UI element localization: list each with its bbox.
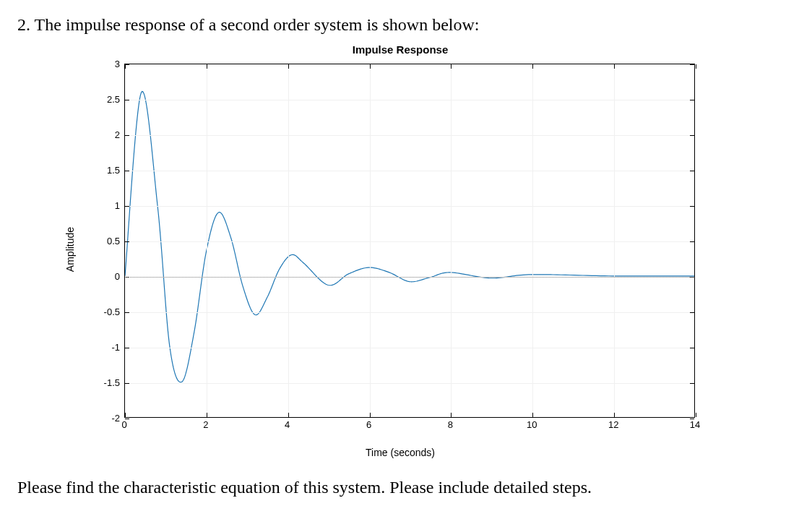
impulse-curve: [125, 64, 694, 417]
tick-mark: [690, 171, 694, 171]
tick-mark: [125, 383, 129, 384]
y-tick-label: -1: [91, 342, 120, 353]
gridline-horizontal: [125, 348, 694, 348]
tick-mark: [690, 135, 694, 136]
question-instructions: Please find the characteristic equation …: [17, 476, 795, 499]
zero-reference-line: [125, 277, 694, 278]
tick-mark: [690, 383, 694, 384]
x-axis-label: Time (seconds): [82, 447, 718, 458]
gridline-vertical: [532, 64, 533, 417]
tick-mark: [125, 348, 129, 348]
tick-mark: [696, 64, 696, 69]
gridline-vertical: [370, 64, 371, 417]
tick-mark: [125, 206, 129, 207]
tick-mark: [207, 413, 207, 417]
y-axis-label: Amplitude: [64, 227, 76, 272]
x-tick-label: 10: [527, 419, 537, 430]
gridline-horizontal: [125, 171, 694, 171]
y-tick-label: 1.5: [91, 165, 120, 176]
tick-mark: [690, 312, 694, 313]
x-tick-label: 8: [448, 419, 453, 430]
tick-mark: [370, 64, 371, 69]
tick-mark: [451, 413, 452, 417]
tick-mark: [370, 413, 371, 417]
gridline-horizontal: [125, 135, 694, 136]
y-tick-label: -0.5: [91, 306, 120, 317]
y-tick-label: 1: [91, 200, 120, 211]
gridline-horizontal: [125, 206, 694, 207]
x-tick-label: 6: [366, 419, 371, 430]
tick-mark: [690, 100, 694, 100]
gridline-horizontal: [125, 312, 694, 313]
tick-mark: [125, 312, 129, 313]
tick-mark: [696, 413, 696, 417]
gridline-horizontal: [125, 100, 694, 100]
tick-mark: [532, 413, 533, 417]
tick-mark: [690, 64, 694, 65]
y-tick-label: 0: [91, 271, 120, 282]
y-tick-label: -2: [91, 413, 120, 424]
question-text: 2. The impulse response of a second orde…: [17, 13, 795, 36]
x-tick-label: 0: [121, 419, 126, 430]
chart-title: Impulse Response: [82, 43, 718, 56]
x-tick-label: 2: [203, 419, 208, 430]
tick-mark: [125, 171, 129, 171]
gridline-vertical: [288, 64, 289, 417]
tick-mark: [614, 64, 615, 69]
y-tick-label: 2.5: [91, 94, 120, 105]
x-tick-label: 12: [608, 419, 618, 430]
y-tick-label: 2: [91, 129, 120, 140]
tick-mark: [207, 64, 207, 69]
tick-mark: [125, 413, 126, 417]
y-tick-label: -1.5: [91, 377, 120, 388]
impulse-response-chart: Impulse Response Amplitude Time (seconds…: [82, 43, 718, 455]
tick-mark: [532, 64, 533, 69]
gridline-vertical: [451, 64, 452, 417]
tick-mark: [690, 348, 694, 348]
tick-mark: [125, 64, 129, 65]
y-tick-label: 3: [91, 59, 120, 69]
gridline-vertical: [614, 64, 615, 417]
x-tick-label: 14: [690, 419, 700, 430]
tick-mark: [614, 413, 615, 417]
tick-mark: [288, 413, 289, 417]
tick-mark: [690, 206, 694, 207]
y-tick-label: 0.5: [91, 236, 120, 246]
gridline-horizontal: [125, 383, 694, 384]
tick-mark: [125, 241, 129, 242]
tick-mark: [288, 64, 289, 69]
tick-mark: [690, 241, 694, 242]
x-tick-label: 4: [285, 419, 290, 430]
gridline-vertical: [207, 64, 207, 417]
tick-mark: [125, 135, 129, 136]
plot-area: [124, 64, 695, 418]
tick-mark: [125, 100, 129, 100]
tick-mark: [451, 64, 452, 69]
gridline-horizontal: [125, 241, 694, 242]
